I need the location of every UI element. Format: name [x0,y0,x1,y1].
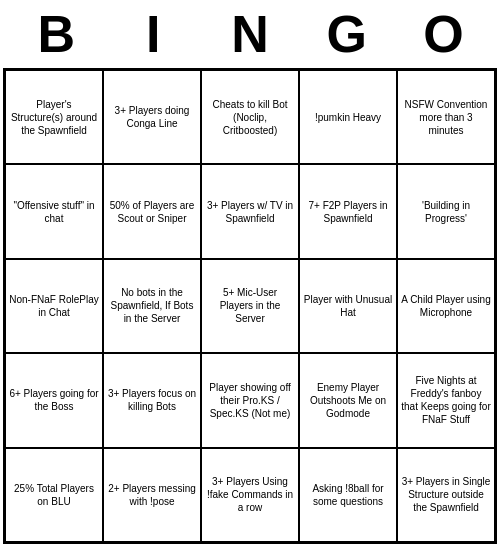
bingo-cell-1: 3+ Players doing Conga Line [103,70,201,164]
bingo-letter-g: G [303,4,391,64]
bingo-cell-20: 25% Total Players on BLU [5,448,103,542]
bingo-cell-6: 50% of Players are Scout or Sniper [103,164,201,258]
bingo-cell-9: 'Building in Progress' [397,164,495,258]
bingo-letter-n: N [206,4,294,64]
bingo-cell-13: Player with Unusual Hat [299,259,397,353]
bingo-cell-21: 2+ Players messing with !pose [103,448,201,542]
bingo-cell-0: Player's Structure(s) around the Spawnfi… [5,70,103,164]
bingo-cell-23: Asking !8ball for some questions [299,448,397,542]
bingo-header: BINGO [0,0,500,68]
bingo-cell-10: Non-FNaF RolePlay in Chat [5,259,103,353]
bingo-cell-3: !pumkin Heavy [299,70,397,164]
bingo-cell-11: No bots in the Spawnfield, If Bots in th… [103,259,201,353]
bingo-grid: Player's Structure(s) around the Spawnfi… [3,68,497,544]
bingo-letter-i: I [109,4,197,64]
bingo-cell-22: 3+ Players Using !fake Commands in a row [201,448,299,542]
bingo-cell-16: 3+ Players focus on killing Bots [103,353,201,447]
bingo-cell-8: 7+ F2P Players in Spawnfield [299,164,397,258]
bingo-letter-o: O [400,4,488,64]
bingo-cell-14: A Child Player using Microphone [397,259,495,353]
bingo-cell-18: Enemy Player Outshoots Me on Godmode [299,353,397,447]
bingo-cell-2: Cheats to kill Bot (Noclip, Critboosted) [201,70,299,164]
bingo-cell-24: 3+ Players in Single Structure outside t… [397,448,495,542]
bingo-cell-19: Five Nights at Freddy's fanboy that Keep… [397,353,495,447]
bingo-cell-12: 5+ Mic-User Players in the Server [201,259,299,353]
bingo-letter-b: B [12,4,100,64]
bingo-cell-7: 3+ Players w/ TV in Spawnfield [201,164,299,258]
bingo-cell-15: 6+ Players going for the Boss [5,353,103,447]
bingo-cell-5: "Offensive stuff" in chat [5,164,103,258]
bingo-cell-17: Player showing off their Pro.KS / Spec.K… [201,353,299,447]
bingo-cell-4: NSFW Convention more than 3 minutes [397,70,495,164]
